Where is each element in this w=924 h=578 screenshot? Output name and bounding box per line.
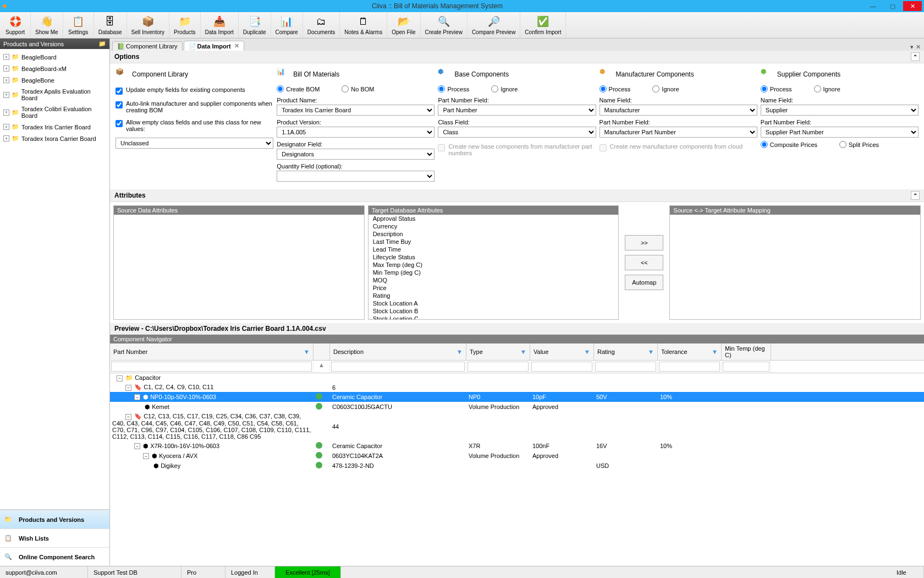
ribbon-database[interactable]: 🗄Database (94, 12, 127, 38)
col-tolerance[interactable]: Tolerance▼ (658, 343, 722, 360)
radio-sup-process[interactable] (761, 85, 768, 92)
attribute-item[interactable]: Currency (369, 222, 619, 230)
select-designator-field[interactable]: Designators (277, 149, 435, 160)
radio-mfr-ignore[interactable] (652, 85, 659, 92)
table-row[interactable]: − 📁 Capacitor (110, 373, 924, 383)
table-row[interactable]: − ⬢ X7R-100n-16V-10%-0603 Ceramic Capaci… (110, 441, 924, 451)
filter-rating[interactable] (595, 362, 656, 372)
filter-tol[interactable] (659, 362, 720, 372)
select-default-class[interactable]: Unclassed (116, 138, 273, 149)
nav-products[interactable]: 📁 Products and Versions (0, 510, 109, 528)
nav-wishlists[interactable]: 📋 Wish Lists (0, 528, 109, 547)
radio-sup-ignore[interactable] (814, 85, 821, 92)
nav-online-search[interactable]: 🔍 Online Component Search (0, 547, 109, 566)
map-left-button[interactable]: << (625, 255, 663, 270)
radio-base-process[interactable] (438, 85, 445, 92)
ribbon-create-preview[interactable]: 🔍Create Preview (421, 12, 468, 38)
radio-base-ignore[interactable] (491, 85, 498, 92)
select-quantity-field[interactable] (277, 171, 435, 182)
tree-node[interactable]: +📁Toradex Ixora Carrier Board (1, 133, 108, 144)
filter-value[interactable] (531, 362, 592, 372)
table-row[interactable]: ⬢ Kemet C0603C100J5GACTU Volume Producti… (110, 402, 924, 412)
attribute-item[interactable]: Rating (369, 292, 619, 299)
table-row[interactable]: − ⬢ NP0-10p-50V-10%-0603 Ceramic Capacit… (110, 392, 924, 402)
expand-icon[interactable]: + (3, 135, 9, 141)
select-base-partnum[interactable]: Part Number (438, 105, 596, 116)
preview-grid[interactable]: − 📁 Capacitor − 🔖 C1, C2, C4, C9, C10, C… (110, 373, 924, 566)
attribute-item[interactable]: Stock Location C (369, 315, 619, 319)
col-value[interactable]: Value▼ (530, 343, 594, 360)
tree-node[interactable]: +📁Toradex Iris Carrier Board (1, 121, 108, 133)
ribbon-compare-preview[interactable]: 🔎Compare Preview (468, 12, 520, 38)
col-rating[interactable]: Rating▼ (594, 343, 658, 360)
col-description[interactable]: Description▼ (330, 343, 466, 360)
chk-autolink[interactable] (116, 101, 123, 108)
product-tree[interactable]: +📁BeagleBoard+📁BeagleBoard-xM+📁BeagleBon… (0, 49, 109, 281)
attribute-item[interactable]: Description (369, 230, 619, 238)
attribute-item[interactable]: Approval Status (369, 215, 619, 222)
filter-icon[interactable]: ▼ (304, 348, 310, 355)
ribbon-support[interactable]: 🛟Support (0, 12, 31, 38)
attribute-item[interactable]: Lifecycle Status (369, 253, 619, 261)
chk-allow-empty-class[interactable] (116, 120, 123, 127)
tree-node[interactable]: +📁BeagleBone (1, 74, 108, 86)
ribbon-open-file[interactable]: 📂Open File (387, 12, 420, 38)
expand-icon[interactable]: + (3, 92, 9, 98)
maximize-button[interactable]: ▢ (883, 1, 902, 11)
radio-no-bom[interactable] (342, 85, 349, 92)
tree-node[interactable]: +📁BeagleBoard (1, 51, 108, 63)
close-button[interactable]: ✕ (903, 1, 922, 11)
filter-mint[interactable] (723, 362, 769, 372)
table-row[interactable]: − ⬢ Kyocera / AVX 0603YC104KAT2A Volume … (110, 451, 924, 461)
select-product-version[interactable]: 1.1A.005 (277, 127, 435, 138)
ribbon-data-import[interactable]: 📥Data Import (201, 12, 239, 38)
filter-icon[interactable]: ▼ (712, 348, 718, 355)
filter-icon[interactable]: ▼ (584, 348, 590, 355)
attribute-item[interactable]: Lead Time (369, 246, 619, 253)
select-sup-name[interactable]: Supplier (761, 105, 919, 116)
attribute-item[interactable]: Stock Location A (369, 299, 619, 307)
filter-icon[interactable]: ▼ (648, 348, 654, 355)
attribute-item[interactable]: Stock Location B (369, 307, 619, 315)
attribute-item[interactable]: Max Temp (deg C) (369, 261, 619, 269)
tree-node[interactable]: +📁Toradex Apalis Evaluation Board (1, 86, 108, 103)
ribbon-documents[interactable]: 🗂Documents (303, 12, 340, 38)
filter-desc[interactable] (331, 362, 465, 372)
mapping-list[interactable] (670, 215, 920, 319)
source-attributes-list[interactable] (114, 215, 364, 319)
map-right-button[interactable]: >> (625, 235, 663, 250)
ribbon-settings[interactable]: 📋Settings (63, 12, 94, 38)
minimize-button[interactable]: — (864, 1, 882, 11)
radio-mfr-process[interactable] (600, 85, 607, 92)
filter-icon[interactable]: ▼ (457, 348, 463, 355)
ribbon-show-me[interactable]: 👋Show Me (31, 12, 63, 38)
ribbon-notes-alarms[interactable]: 🗒Notes & Alarms (340, 12, 387, 38)
expand-icon[interactable]: + (3, 66, 9, 72)
attribute-item[interactable]: Last Time Buy (369, 238, 619, 246)
collapse-button[interactable]: ⌃ (911, 52, 920, 61)
ribbon-products[interactable]: 📁Products (169, 12, 200, 38)
select-sup-partnum[interactable]: Supplier Part Number (761, 127, 919, 138)
expand-icon[interactable]: + (3, 54, 9, 60)
ribbon-duplicate[interactable]: 📑Duplicate (239, 12, 271, 38)
target-attributes-list[interactable]: Approval StatusCurrencyDescriptionLast T… (369, 215, 619, 319)
collapse-button[interactable]: ⌃ (911, 191, 920, 200)
select-product-name[interactable]: Toradex Iris Carrier Board (277, 105, 435, 116)
tab-data-import[interactable]: 📄 Data Import ✕ (184, 41, 244, 51)
table-row[interactable]: ⬢ Digikey 478-1239-2-ND USD (110, 461, 924, 471)
tab-close-all-icon[interactable]: ✕ (916, 43, 921, 51)
chk-update-empty[interactable] (116, 88, 123, 95)
attribute-item[interactable]: Min Temp (deg C) (369, 269, 619, 276)
automap-button[interactable]: Automap (625, 275, 663, 290)
filter-icon[interactable]: ▼ (520, 348, 526, 355)
filter-type[interactable] (468, 362, 529, 372)
expand-icon[interactable]: + (3, 77, 9, 83)
expand-icon[interactable]: + (3, 124, 9, 130)
tree-node[interactable]: +📁Toradex Colibri Evaluation Board (1, 103, 108, 121)
radio-split-prices[interactable] (839, 141, 846, 148)
tree-node[interactable]: +📁BeagleBoard-xM (1, 63, 108, 74)
radio-composite-prices[interactable] (761, 141, 768, 148)
select-mfr-name[interactable]: Manufacturer (600, 105, 757, 116)
ribbon-confirm-import[interactable]: ✅Confirm Import (520, 12, 566, 38)
ribbon-sell-inventory[interactable]: 📦Sell Inventory (127, 12, 170, 38)
